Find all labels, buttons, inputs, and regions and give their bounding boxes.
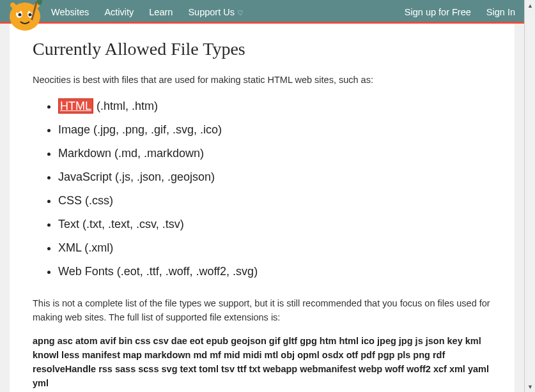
para-not-complete: This is not a complete list of the file …: [33, 297, 492, 325]
nav-websites[interactable]: Websites: [51, 7, 89, 17]
list-item: CSS (.css): [58, 192, 492, 209]
nav-support-us[interactable]: Support Us ♡: [188, 7, 244, 17]
list-item: JavaScript (.js, .json, .geojson): [58, 169, 492, 186]
heading-allowed-file-types: Currently Allowed File Types: [33, 39, 492, 59]
content-scroll[interactable]: Currently Allowed File Types Neocities i…: [0, 24, 524, 392]
scroll-up-icon[interactable]: ▲: [525, 0, 535, 11]
list-item: XML (.xml): [58, 239, 492, 257]
neocities-logo[interactable]: [4, 0, 46, 34]
top-nav-bar: Websites Activity Learn Support Us ♡ Sig…: [0, 0, 524, 24]
html-link[interactable]: HTML: [58, 98, 93, 114]
list-item: Web Fonts (.eot, .ttf, .woff, .woff2, .s…: [58, 263, 492, 280]
list-item: Text (.txt, .text, .csv, .tsv): [58, 216, 492, 233]
intro-text: Neocities is best with files that are us…: [33, 73, 492, 87]
nav-activity[interactable]: Activity: [104, 7, 134, 17]
nav-signup[interactable]: Sign up for Free: [405, 7, 471, 17]
heart-icon: ♡: [237, 9, 244, 17]
list-item: Markdown (.md, .markdown): [58, 145, 492, 162]
nav-signin[interactable]: Sign In: [486, 7, 515, 17]
list-item: Image (.jpg, .png, .gif, .svg, .ico): [58, 121, 492, 139]
nav-learn[interactable]: Learn: [149, 7, 173, 17]
svg-point-4: [29, 13, 32, 17]
scroll-down-icon[interactable]: ▼: [525, 381, 535, 392]
extension-list: apng asc atom avif bin css csv dae eot e…: [33, 335, 492, 390]
svg-point-3: [19, 13, 22, 17]
outer-scrollbar[interactable]: ▲ ▼: [524, 0, 535, 392]
filetype-list: HTML (.html, .htm) Image (.jpg, .png, .g…: [33, 98, 492, 280]
list-item: HTML (.html, .htm): [58, 98, 492, 115]
